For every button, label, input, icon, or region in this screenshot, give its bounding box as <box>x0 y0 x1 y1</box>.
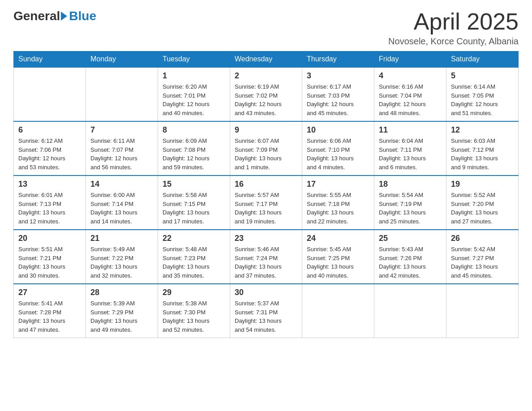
day-number: 19 <box>451 180 514 189</box>
calendar-cell: 14Sunrise: 6:00 AM Sunset: 7:14 PM Dayli… <box>86 176 158 230</box>
calendar-cell: 2Sunrise: 6:19 AM Sunset: 7:02 PM Daylig… <box>230 67 302 121</box>
day-info: Sunrise: 5:55 AM Sunset: 7:18 PM Dayligh… <box>307 191 369 226</box>
weekday-header-tuesday: Tuesday <box>158 51 230 68</box>
day-number: 16 <box>235 180 297 189</box>
day-number: 3 <box>307 71 369 81</box>
calendar-cell: 9Sunrise: 6:07 AM Sunset: 7:09 PM Daylig… <box>230 121 302 176</box>
day-info: Sunrise: 5:49 AM Sunset: 7:22 PM Dayligh… <box>90 245 153 280</box>
calendar-cell: 16Sunrise: 5:57 AM Sunset: 7:17 PM Dayli… <box>230 176 302 230</box>
day-number: 22 <box>163 234 225 243</box>
day-info: Sunrise: 6:01 AM Sunset: 7:13 PM Dayligh… <box>18 191 81 226</box>
calendar-week-row: 27Sunrise: 5:41 AM Sunset: 7:28 PM Dayli… <box>14 284 519 338</box>
calendar-cell: 17Sunrise: 5:55 AM Sunset: 7:18 PM Dayli… <box>302 176 374 230</box>
calendar-week-row: 20Sunrise: 5:51 AM Sunset: 7:21 PM Dayli… <box>14 230 519 284</box>
day-number: 14 <box>90 180 153 189</box>
calendar-week-row: 1Sunrise: 6:20 AM Sunset: 7:01 PM Daylig… <box>14 67 519 121</box>
calendar-cell: 26Sunrise: 5:42 AM Sunset: 7:27 PM Dayli… <box>446 230 519 284</box>
logo-blue-text: Blue <box>69 9 96 23</box>
day-number: 23 <box>235 234 297 243</box>
day-info: Sunrise: 5:38 AM Sunset: 7:30 PM Dayligh… <box>163 299 225 334</box>
day-number: 20 <box>18 234 81 243</box>
calendar-cell <box>374 284 446 338</box>
day-info: Sunrise: 5:37 AM Sunset: 7:31 PM Dayligh… <box>235 299 297 334</box>
calendar-cell: 7Sunrise: 6:11 AM Sunset: 7:07 PM Daylig… <box>86 121 158 176</box>
calendar-week-row: 13Sunrise: 6:01 AM Sunset: 7:13 PM Dayli… <box>14 176 519 230</box>
calendar-cell: 24Sunrise: 5:45 AM Sunset: 7:25 PM Dayli… <box>302 230 374 284</box>
day-number: 12 <box>451 125 514 135</box>
calendar-cell: 8Sunrise: 6:09 AM Sunset: 7:08 PM Daylig… <box>158 121 230 176</box>
page-header: General Blue April 2025 Novosele, Korce … <box>13 9 519 47</box>
calendar-table: SundayMondayTuesdayWednesdayThursdayFrid… <box>13 51 519 338</box>
day-number: 28 <box>90 288 153 297</box>
day-info: Sunrise: 5:58 AM Sunset: 7:15 PM Dayligh… <box>163 191 225 226</box>
weekday-header-friday: Friday <box>374 51 446 68</box>
day-info: Sunrise: 6:19 AM Sunset: 7:02 PM Dayligh… <box>235 82 297 117</box>
calendar-cell: 25Sunrise: 5:43 AM Sunset: 7:26 PM Dayli… <box>374 230 446 284</box>
day-number: 30 <box>235 288 297 297</box>
day-number: 29 <box>163 288 225 297</box>
title-block: April 2025 Novosele, Korce County, Alban… <box>388 9 519 47</box>
location-subtitle: Novosele, Korce County, Albania <box>388 36 519 47</box>
logo-blue-part: Blue <box>60 9 96 23</box>
calendar-cell: 23Sunrise: 5:46 AM Sunset: 7:24 PM Dayli… <box>230 230 302 284</box>
day-info: Sunrise: 5:39 AM Sunset: 7:29 PM Dayligh… <box>90 299 153 334</box>
day-number: 24 <box>307 234 369 243</box>
day-info: Sunrise: 5:54 AM Sunset: 7:19 PM Dayligh… <box>379 191 442 226</box>
calendar-cell: 5Sunrise: 6:14 AM Sunset: 7:05 PM Daylig… <box>446 67 519 121</box>
day-info: Sunrise: 5:42 AM Sunset: 7:27 PM Dayligh… <box>451 245 514 280</box>
day-info: Sunrise: 6:03 AM Sunset: 7:12 PM Dayligh… <box>451 137 514 171</box>
day-info: Sunrise: 5:41 AM Sunset: 7:28 PM Dayligh… <box>18 299 81 334</box>
weekday-header-thursday: Thursday <box>302 51 374 68</box>
day-info: Sunrise: 6:12 AM Sunset: 7:06 PM Dayligh… <box>18 137 81 171</box>
day-info: Sunrise: 5:51 AM Sunset: 7:21 PM Dayligh… <box>18 245 81 280</box>
logo-general-text: General <box>13 9 60 23</box>
day-info: Sunrise: 6:16 AM Sunset: 7:04 PM Dayligh… <box>379 82 442 117</box>
day-number: 10 <box>307 125 369 135</box>
month-year-title: April 2025 <box>388 9 519 34</box>
day-info: Sunrise: 5:52 AM Sunset: 7:20 PM Dayligh… <box>451 191 514 226</box>
calendar-cell: 15Sunrise: 5:58 AM Sunset: 7:15 PM Dayli… <box>158 176 230 230</box>
day-number: 1 <box>163 71 225 81</box>
calendar-cell: 4Sunrise: 6:16 AM Sunset: 7:04 PM Daylig… <box>374 67 446 121</box>
calendar-cell: 29Sunrise: 5:38 AM Sunset: 7:30 PM Dayli… <box>158 284 230 338</box>
day-number: 27 <box>18 288 81 297</box>
calendar-cell: 12Sunrise: 6:03 AM Sunset: 7:12 PM Dayli… <box>446 121 519 176</box>
calendar-cell: 13Sunrise: 6:01 AM Sunset: 7:13 PM Dayli… <box>14 176 86 230</box>
day-number: 21 <box>90 234 153 243</box>
calendar-cell: 20Sunrise: 5:51 AM Sunset: 7:21 PM Dayli… <box>14 230 86 284</box>
day-info: Sunrise: 5:43 AM Sunset: 7:26 PM Dayligh… <box>379 245 442 280</box>
day-number: 6 <box>18 125 81 135</box>
logo: General Blue <box>13 9 96 23</box>
day-info: Sunrise: 5:57 AM Sunset: 7:17 PM Dayligh… <box>235 191 297 226</box>
day-number: 15 <box>163 180 225 189</box>
day-number: 26 <box>451 234 514 243</box>
weekday-header-row: SundayMondayTuesdayWednesdayThursdayFrid… <box>14 51 519 68</box>
calendar-cell: 1Sunrise: 6:20 AM Sunset: 7:01 PM Daylig… <box>158 67 230 121</box>
logo-arrow-icon <box>61 12 67 21</box>
day-info: Sunrise: 5:48 AM Sunset: 7:23 PM Dayligh… <box>163 245 225 280</box>
day-number: 13 <box>18 180 81 189</box>
day-number: 11 <box>379 125 442 135</box>
day-number: 17 <box>307 180 369 189</box>
day-number: 18 <box>379 180 442 189</box>
calendar-cell: 19Sunrise: 5:52 AM Sunset: 7:20 PM Dayli… <box>446 176 519 230</box>
weekday-header-wednesday: Wednesday <box>230 51 302 68</box>
day-info: Sunrise: 6:00 AM Sunset: 7:14 PM Dayligh… <box>90 191 153 226</box>
day-info: Sunrise: 6:14 AM Sunset: 7:05 PM Dayligh… <box>451 82 514 117</box>
calendar-cell: 6Sunrise: 6:12 AM Sunset: 7:06 PM Daylig… <box>14 121 86 176</box>
day-info: Sunrise: 6:07 AM Sunset: 7:09 PM Dayligh… <box>235 137 297 171</box>
weekday-header-saturday: Saturday <box>446 51 519 68</box>
day-info: Sunrise: 5:45 AM Sunset: 7:25 PM Dayligh… <box>307 245 369 280</box>
day-info: Sunrise: 6:17 AM Sunset: 7:03 PM Dayligh… <box>307 82 369 117</box>
calendar-cell <box>302 284 374 338</box>
day-number: 8 <box>163 125 225 135</box>
calendar-cell: 18Sunrise: 5:54 AM Sunset: 7:19 PM Dayli… <box>374 176 446 230</box>
calendar-cell <box>446 284 519 338</box>
calendar-cell: 10Sunrise: 6:06 AM Sunset: 7:10 PM Dayli… <box>302 121 374 176</box>
calendar-cell <box>86 67 158 121</box>
calendar-cell: 22Sunrise: 5:48 AM Sunset: 7:23 PM Dayli… <box>158 230 230 284</box>
weekday-header-sunday: Sunday <box>14 51 86 68</box>
calendar-cell: 30Sunrise: 5:37 AM Sunset: 7:31 PM Dayli… <box>230 284 302 338</box>
calendar-cell: 27Sunrise: 5:41 AM Sunset: 7:28 PM Dayli… <box>14 284 86 338</box>
day-info: Sunrise: 6:04 AM Sunset: 7:11 PM Dayligh… <box>379 137 442 171</box>
